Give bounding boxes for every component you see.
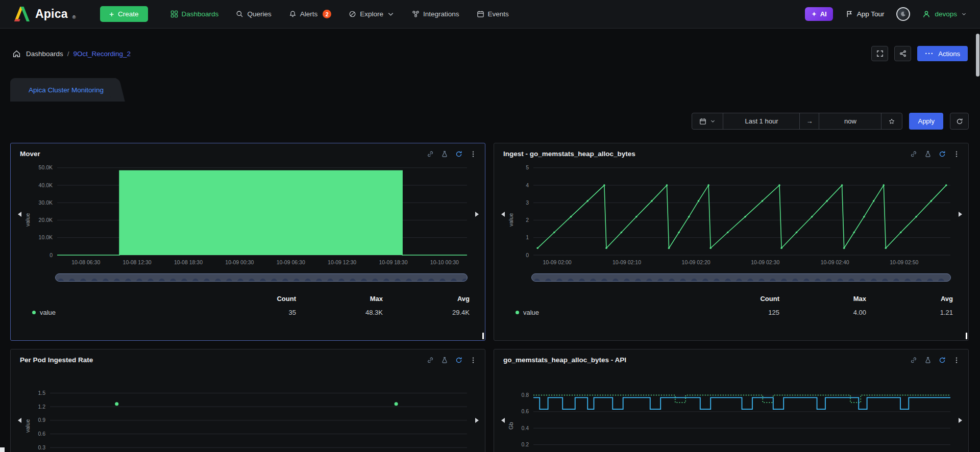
stat-header-count: Count [693,295,779,303]
ai-button[interactable]: AI [805,7,833,21]
time-brush[interactable] [55,273,468,282]
pan-left-arrow[interactable] [18,212,21,217]
favorite-time-button[interactable] [881,113,902,129]
y-axis-label: value [23,366,32,452]
per-pod-chart[interactable]: 1.51.20.90.60.3 [32,366,473,452]
flask-icon[interactable] [441,357,448,364]
nav-dashboards[interactable]: Dashboards [170,10,219,18]
user-menu[interactable]: devops [922,10,967,18]
fullscreen-button[interactable] [871,46,888,61]
calendar-icon [477,10,484,18]
pan-right-arrow[interactable] [959,418,962,423]
svg-text:1.5: 1.5 [38,390,45,396]
svg-text:4: 4 [526,182,529,188]
pan-left-arrow[interactable] [18,418,21,423]
svg-text:10-09 02:10: 10-09 02:10 [612,259,641,265]
theme-toggle-button[interactable] [896,7,910,21]
actions-button[interactable]: ··· Actions [917,46,968,61]
stat-header-max: Max [296,295,383,303]
chevron-down-icon [961,11,967,17]
panel-resize-handle[interactable] [482,333,484,339]
breadcrumb-current[interactable]: 9Oct_Recording_2 [74,50,131,58]
svg-text:10-09 18:30: 10-09 18:30 [379,259,407,265]
panel-title: Mover [20,150,40,158]
legend-item[interactable]: value [516,309,693,316]
stat-header-avg: Avg [866,295,953,303]
flask-icon[interactable] [924,357,932,364]
svg-text:10-09 02:20: 10-09 02:20 [682,259,710,265]
moon-icon [900,11,906,17]
bell-icon [289,10,297,18]
pan-right-arrow[interactable] [475,212,479,217]
tab-apica-cluster-monitoring[interactable]: Apica Cluster Monitoring [10,78,116,102]
integrations-icon [412,10,420,18]
flask-icon[interactable] [441,150,448,158]
legend-dot [32,311,36,314]
svg-text:10-09 00:30: 10-09 00:30 [225,259,254,265]
apply-button[interactable]: Apply [909,113,943,130]
kebab-menu-icon[interactable] [470,150,477,158]
legend-item[interactable]: value [32,309,209,316]
nav-events[interactable]: Events [477,10,509,18]
svg-text:0: 0 [526,252,529,258]
panel-stats: Count Max Avg value 35 48.3K 29.4K [11,292,485,319]
breadcrumb-root[interactable]: Dashboards [26,50,63,58]
svg-text:5: 5 [526,164,529,170]
main-nav: Dashboards Queries Alerts 2 Explore Inte… [170,10,509,18]
nav-alerts[interactable]: Alerts 2 [289,10,332,18]
refresh-icon[interactable] [939,357,946,364]
link-icon[interactable] [910,357,917,364]
kebab-menu-icon[interactable] [470,357,477,364]
svg-text:10-09 02:30: 10-09 02:30 [751,259,779,265]
svg-text:0.9: 0.9 [38,417,45,423]
api-heap-chart[interactable]: 0.80.60.40.2 [515,366,957,452]
brand[interactable]: Apica ® [13,7,76,21]
panel-resize-handle[interactable] [966,333,967,339]
svg-text:30.0K: 30.0K [39,199,53,206]
nav-integrations[interactable]: Integrations [412,10,459,18]
svg-text:10-08 18:30: 10-08 18:30 [174,259,203,265]
pan-right-arrow[interactable] [475,418,479,423]
link-icon[interactable] [427,357,434,364]
time-to-field[interactable]: now [819,113,881,129]
pan-right-arrow[interactable] [959,212,962,217]
nav-explore[interactable]: Explore [349,10,395,18]
calendar-icon [699,118,706,125]
refresh-icon[interactable] [455,150,462,158]
svg-text:3: 3 [526,199,529,206]
time-brush[interactable] [531,273,951,282]
nav-queries[interactable]: Queries [236,10,271,18]
kebab-menu-icon[interactable] [953,357,960,364]
stat-count: 35 [209,309,296,316]
refresh-icon[interactable] [455,357,462,364]
pan-left-arrow[interactable] [501,418,505,423]
user-name: devops [935,10,957,18]
star-icon [889,118,895,125]
mover-chart[interactable]: 010.0K20.0K30.0K40.0K50.0K10-08 06:3010-… [32,160,473,268]
refresh-dashboard-button[interactable] [950,113,969,130]
time-from-field[interactable]: Last 1 hour [723,113,800,129]
create-button[interactable]: + Create [100,6,148,22]
pan-left-arrow[interactable] [501,212,505,217]
stat-max: 4.00 [779,309,866,316]
ingest-chart[interactable]: 01234510-09 02:0010-09 02:1010-09 02:201… [515,160,957,268]
time-controls: Last 1 hour → now Apply [10,113,969,130]
time-range-picker-button[interactable] [692,113,723,129]
svg-text:0.3: 0.3 [38,444,45,450]
y-axis-label: value [507,160,515,268]
link-icon[interactable] [427,150,434,158]
scrollbar-thumb[interactable] [976,34,979,77]
stat-avg: 29.4K [383,309,470,316]
link-icon[interactable] [910,150,917,158]
kebab-menu-icon[interactable] [953,150,960,158]
stat-header-count: Count [209,295,296,303]
flask-icon[interactable] [924,150,932,158]
svg-text:0.4: 0.4 [521,425,529,431]
breadcrumb-separator: / [67,50,69,58]
bottom-left-artifact [0,447,5,452]
svg-text:10-08 06:30: 10-08 06:30 [71,259,100,265]
share-button[interactable] [894,46,911,61]
app-tour-button[interactable]: App Tour [845,10,885,18]
svg-text:10-09 02:00: 10-09 02:00 [543,259,572,265]
refresh-icon[interactable] [939,150,946,158]
